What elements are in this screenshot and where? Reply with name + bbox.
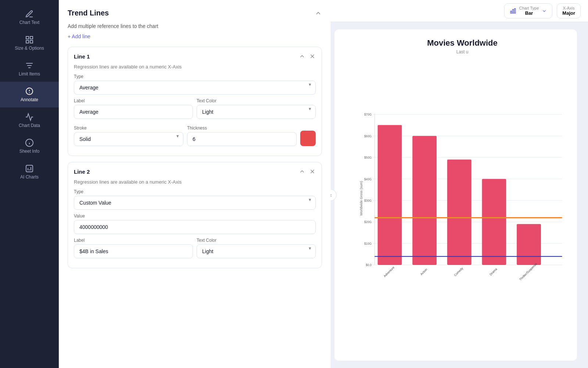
line-1-label-input[interactable] xyxy=(74,105,193,119)
panel-title: Trend Lines xyxy=(68,9,109,17)
xlabel-drama: Drama xyxy=(489,268,498,276)
svg-rect-19 xyxy=(514,8,515,13)
line-2-text-color-label: Text Color xyxy=(197,238,316,243)
line-2-type-group: Type Average Custom Value Median Min Max xyxy=(74,189,316,210)
line-2-card: Line 2 Regression lines are available on… xyxy=(68,162,322,268)
line-1-label-label: Label xyxy=(74,98,193,103)
chart-data-icon xyxy=(25,113,34,121)
line-1-text-color-label: Text Color xyxy=(197,98,316,103)
sidebar-item-size-options[interactable]: Size & Options xyxy=(0,30,59,56)
line-2-actions xyxy=(299,168,316,175)
sidebar-item-chart-text[interactable]: Chart Text xyxy=(0,4,59,30)
line-2-text-color-select[interactable]: Light Dark xyxy=(197,244,316,258)
line-2-value-wrapper: Value xyxy=(74,213,316,234)
tick-70: $70G xyxy=(364,113,372,116)
chevron-up-icon xyxy=(299,168,305,175)
svg-rect-3 xyxy=(30,40,33,43)
line-2-collapse-button[interactable] xyxy=(299,168,305,175)
filter-icon xyxy=(25,61,34,70)
line-1-type-select[interactable]: Average Custom Value Median Min Max xyxy=(74,81,316,95)
line-1-type-group: Type Average Custom Value Median Min Max xyxy=(74,74,316,95)
line-2-type-label: Type xyxy=(74,189,316,194)
chart-type-label: Chart Type xyxy=(519,6,539,10)
chart-type-button[interactable]: Chart Type Bar xyxy=(504,3,553,18)
chevron-up-icon xyxy=(299,53,305,60)
svg-rect-0 xyxy=(26,36,29,39)
xaxis-info: X-Axis Major xyxy=(562,6,575,16)
line-2-regression-note: Regression lines are available on a nume… xyxy=(74,179,316,185)
info-icon xyxy=(25,138,34,147)
sidebar-item-annotate-label: Annotate xyxy=(21,97,38,102)
sidebar-item-chart-data-label: Chart Data xyxy=(19,123,40,128)
trend-lines-panel: Trend Lines Add multiple reference lines… xyxy=(59,0,331,368)
sidebar-item-size-options-label: Size & Options xyxy=(15,46,44,51)
sidebar-item-limit-items[interactable]: Limit Items xyxy=(0,56,59,82)
chart-topbar: Chart Type Bar X-Axis Major xyxy=(331,0,588,22)
chart-type-info: Chart Type Bar xyxy=(519,6,539,16)
line-1-type-label: Type xyxy=(74,74,316,79)
chart-type-value: Bar xyxy=(519,10,539,16)
sidebar-item-chart-text-label: Chart Text xyxy=(19,20,39,25)
line-1-title: Line 1 xyxy=(74,53,90,60)
sidebar-item-limit-items-label: Limit Items xyxy=(19,71,40,77)
svg-rect-12 xyxy=(26,165,33,172)
sidebar-item-annotate[interactable]: Annotate xyxy=(0,82,59,107)
line-1-stroke-thickness-row: Stroke Solid Dashed Dotted Thickness xyxy=(74,123,316,146)
chart-subtitle: Last u xyxy=(356,49,568,54)
line-2-label-label: Label xyxy=(74,238,193,243)
line-2-type-select[interactable]: Average Custom Value Median Min Max xyxy=(74,196,316,210)
line-1-regression-note: Regression lines are available on a nume… xyxy=(74,64,316,70)
bar-chart-icon xyxy=(510,8,516,14)
xaxis-button[interactable]: X-Axis Major xyxy=(557,3,581,18)
line-2-label-color-row: Label Text Color Light Dark xyxy=(74,238,316,258)
line-1-collapse-button[interactable] xyxy=(299,53,305,60)
xlabel-action: Action xyxy=(420,268,428,276)
sidebar-item-chart-data[interactable]: Chart Data xyxy=(0,107,59,133)
line-1-thickness-input[interactable] xyxy=(187,132,297,146)
chart-inner: Movies Worldwide Last u Worldwide Gross … xyxy=(334,29,577,361)
tick-0: $0.0 xyxy=(366,263,372,267)
line-2-value-group: Value xyxy=(74,213,316,234)
sidebar-item-ai-charts[interactable]: AI Charts xyxy=(0,159,59,185)
line-2-label-input[interactable] xyxy=(74,244,193,258)
xaxis-label: X-Axis xyxy=(562,6,575,10)
annotate-icon xyxy=(25,87,34,96)
line-1-delete-button[interactable] xyxy=(309,53,316,60)
bar-comedy xyxy=(447,160,472,265)
tick-30: $30G xyxy=(364,199,372,202)
svg-rect-17 xyxy=(510,11,512,13)
bar-action xyxy=(412,136,437,265)
line-2-value-label: Value xyxy=(74,213,316,219)
line-1-thickness-label: Thickness xyxy=(187,125,297,131)
line-2-title: Line 2 xyxy=(74,169,90,175)
xlabel-comedy: Comedy xyxy=(453,266,464,277)
svg-rect-1 xyxy=(30,36,33,39)
ai-icon xyxy=(25,164,34,173)
panel-subtitle: Add multiple reference lines to the char… xyxy=(68,23,322,29)
line-1-text-color-wrapper: Text Color Light Dark xyxy=(197,98,316,119)
add-line-button[interactable]: + Add line xyxy=(68,33,90,39)
line-1-text-color-select[interactable]: Light Dark xyxy=(197,105,316,119)
chevron-up-icon xyxy=(315,10,322,17)
xaxis-value: Major xyxy=(562,10,575,16)
line-1-actions xyxy=(299,53,316,60)
sidebar: Chart Text Size & Options Limit Items An… xyxy=(0,0,59,368)
tick-20: $20G xyxy=(364,220,372,224)
line-1-stroke-select[interactable]: Solid Dashed Dotted xyxy=(74,132,183,146)
line-1-color-swatch[interactable] xyxy=(300,131,316,146)
svg-rect-2 xyxy=(26,40,29,43)
panel-header: Trend Lines xyxy=(68,9,322,17)
sidebar-item-sheet-info[interactable]: Sheet Info xyxy=(0,133,59,159)
line-2-value-input[interactable] xyxy=(74,220,316,234)
close-icon xyxy=(309,168,316,175)
line-1-card: Line 1 Regression lines are available on… xyxy=(68,47,322,156)
collapse-panel-button[interactable] xyxy=(315,10,322,17)
line-2-delete-button[interactable] xyxy=(309,168,316,175)
tick-60: $60G xyxy=(364,135,372,138)
xlabel-thriller: Thriller/Suspense xyxy=(519,262,538,282)
line-2-label-wrapper: Label xyxy=(74,238,193,258)
pencil-icon xyxy=(25,10,34,18)
sidebar-item-sheet-info-label: Sheet Info xyxy=(19,149,40,154)
chevron-down-icon xyxy=(542,8,547,14)
line-1-label-wrapper: Label xyxy=(74,98,193,119)
